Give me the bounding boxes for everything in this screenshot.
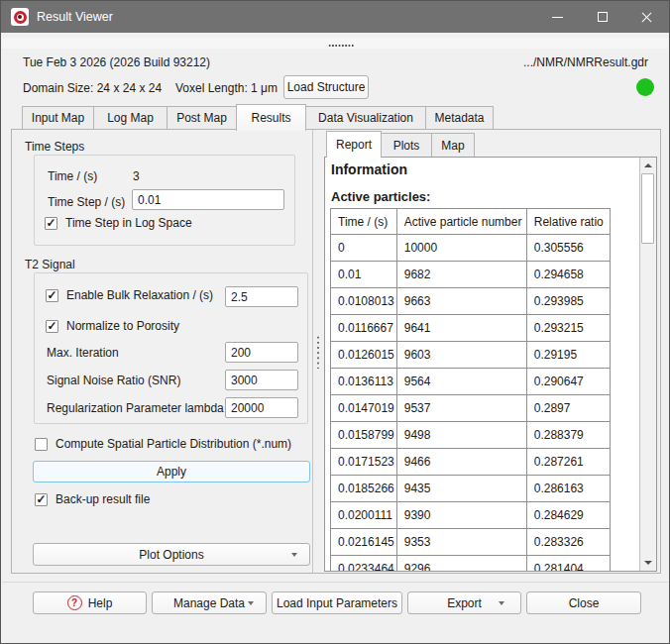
table-cell: 9603 (396, 342, 526, 369)
table-cell: 0.2897 (526, 395, 610, 422)
t2-signal-group-title: T2 Signal (25, 258, 75, 271)
log-space-label: Time Step in Log Space (65, 216, 192, 230)
tab-plots[interactable]: Plots (381, 133, 432, 157)
table-cell: 9663 (396, 288, 526, 315)
plot-options-label: Plot Options (139, 548, 203, 562)
table-cell: 0 (331, 235, 397, 262)
window-title: Result Viewer (37, 10, 535, 24)
table-cell: 10000 (396, 235, 526, 262)
scroll-up-icon (644, 163, 652, 167)
close-dialog-button[interactable]: Close (526, 591, 641, 614)
tab-results[interactable]: Results (236, 104, 306, 131)
table-cell: 0.305556 (526, 235, 610, 262)
app-icon (11, 8, 29, 26)
splitter-handle-icon[interactable] (315, 335, 321, 369)
table-cell: 9537 (396, 395, 526, 422)
table-row[interactable]: 0100000.305556 (331, 235, 611, 262)
time-step-label: Time Step / (s) (48, 195, 125, 209)
time-value: 3 (133, 169, 140, 183)
export-label: Export (447, 596, 482, 610)
col-header-time: Time / (s) (331, 209, 397, 235)
bulk-relaxation-checkbox[interactable] (46, 289, 58, 302)
tab-metadata[interactable]: Metadata (425, 106, 494, 129)
scrollbar-thumb[interactable] (641, 173, 654, 244)
apply-button[interactable]: Apply (33, 461, 310, 483)
footer-separator (2, 582, 668, 583)
tab-report[interactable]: Report (326, 131, 382, 158)
table-cell: 0.288379 (526, 422, 610, 449)
table-row[interactable]: 0.020011193900.284629 (331, 502, 611, 529)
scroll-down-button[interactable] (640, 555, 656, 571)
table-cell: 0.01 (331, 262, 397, 288)
table-cell: 9435 (396, 476, 526, 502)
load-structure-button[interactable]: Load Structure (283, 75, 369, 99)
backup-label: Back-up result file (56, 492, 150, 506)
table-row[interactable]: 0.012601596030.29195 (331, 342, 611, 369)
max-iteration-input[interactable] (225, 342, 298, 363)
close-icon (640, 11, 653, 24)
lambda-input[interactable] (225, 397, 298, 418)
tab-input-map[interactable]: Input Map (22, 106, 94, 129)
backup-row: Back-up result file (35, 492, 150, 506)
manage-data-button[interactable]: Manage Data (152, 591, 267, 614)
toolbar-handle-icon[interactable] (328, 44, 354, 48)
table-cell: 0.281404 (526, 556, 610, 573)
log-space-row: Time Step in Log Space (45, 216, 192, 230)
normalize-row: Normalize to Porosity (46, 319, 179, 333)
log-space-checkbox[interactable] (45, 217, 57, 230)
normalize-checkbox[interactable] (46, 320, 58, 333)
maximize-button[interactable] (580, 1, 624, 33)
bulk-relaxation-row: Enable Bulk Relaxation / (s) (46, 288, 213, 302)
table-row[interactable]: 0.015879994980.288379 (331, 422, 611, 449)
export-button[interactable]: Export (407, 591, 521, 614)
backup-checkbox[interactable] (35, 493, 48, 506)
plot-options-button[interactable]: Plot Options (33, 543, 310, 566)
table-row[interactable]: 0.017152394660.287261 (331, 449, 611, 476)
compute-spatial-checkbox[interactable] (35, 438, 48, 451)
report-scrollbar[interactable] (639, 158, 656, 571)
table-row[interactable]: 0.011666796410.293215 (331, 315, 611, 342)
active-particles-heading: Active particles: (331, 189, 430, 204)
report-panel: Information Active particles: Time / (s)… (324, 157, 657, 572)
table-cell: 0.0233464 (331, 556, 397, 573)
load-input-parameters-button[interactable]: Load Input Parameters (272, 591, 402, 614)
table-cell: 0.0147019 (331, 395, 397, 422)
table-row[interactable]: 0.013611395640.290647 (331, 369, 611, 395)
tab-post-map[interactable]: Post Map (167, 106, 237, 129)
table-cell: 9390 (396, 502, 526, 529)
help-button[interactable]: ? Help (33, 591, 147, 614)
table-cell: 0.0116667 (331, 315, 397, 342)
table-row[interactable]: 0.018526694350.286163 (331, 476, 611, 502)
table-cell: 0.0158799 (331, 422, 397, 449)
col-header-relative-ratio: Relative ratio (526, 209, 610, 235)
table-cell: 9466 (396, 449, 526, 476)
minimize-icon (552, 17, 563, 18)
table-row[interactable]: 0.010801396630.293985 (331, 288, 611, 315)
table-cell: 0.29195 (526, 342, 610, 369)
help-question-icon: ? (67, 595, 82, 610)
minimize-button[interactable] (535, 1, 580, 33)
table-cell: 0.294658 (526, 262, 610, 288)
tab-log-map[interactable]: Log Map (93, 106, 168, 129)
time-steps-group-title: Time Steps (25, 140, 84, 154)
maximize-icon (598, 12, 608, 22)
bulk-relaxation-label: Enable Bulk Relaxation / (s) (66, 288, 213, 302)
manage-data-label: Manage Data (173, 596, 245, 610)
tab-data-visualization[interactable]: Data Visualization (305, 106, 426, 129)
time-label: Time / (s) (48, 169, 97, 183)
table-cell: 0.287261 (526, 449, 610, 476)
tab-map[interactable]: Map (431, 133, 475, 157)
scroll-up-button[interactable] (640, 158, 656, 173)
table-row[interactable]: 0.021614593530.283326 (331, 529, 611, 556)
table-row[interactable]: 0.014701995370.2897 (331, 395, 611, 422)
close-button[interactable] (624, 1, 669, 33)
bulk-relaxation-input[interactable] (225, 286, 298, 307)
table-cell: 0.293985 (526, 288, 610, 315)
table-cell: 0.0216145 (331, 529, 397, 556)
time-step-input[interactable] (132, 189, 284, 210)
time-steps-group: Time / (s) 3 Time Step / (s) Time Step i… (34, 155, 295, 246)
build-date-label: Tue Feb 3 2026 (2026 Build 93212) (23, 55, 210, 69)
table-row[interactable]: 0.0196820.294658 (331, 262, 611, 288)
table-row[interactable]: 0.023346492960.281404 (331, 556, 611, 573)
snr-input[interactable] (225, 370, 298, 390)
